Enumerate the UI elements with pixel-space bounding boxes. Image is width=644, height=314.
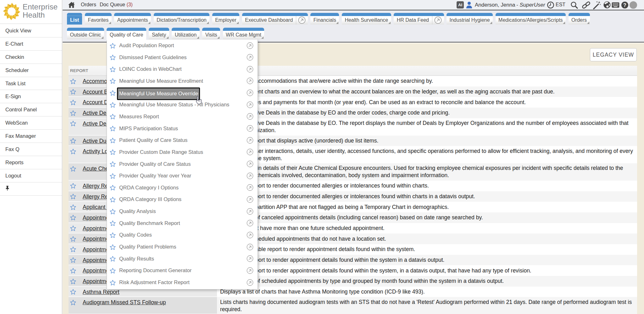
svg-text:?: ? <box>623 3 626 8</box>
